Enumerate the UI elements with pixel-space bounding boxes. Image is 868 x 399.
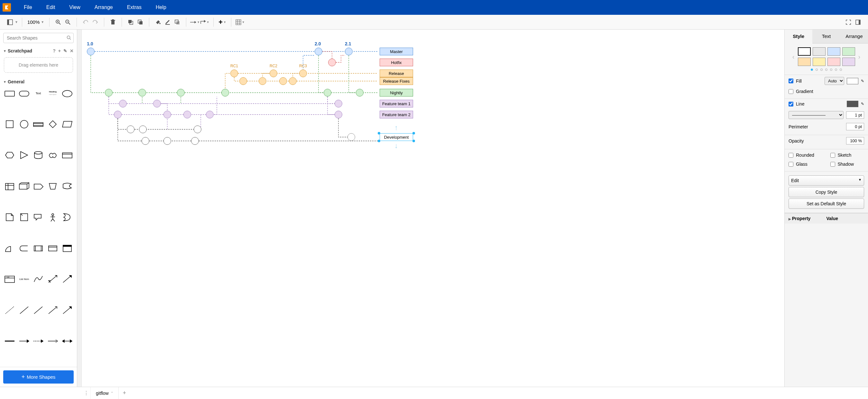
version-label[interactable]: 2.0 bbox=[315, 41, 321, 46]
pages-menu-icon[interactable]: ⋮ bbox=[82, 387, 91, 399]
shape-palette-item[interactable] bbox=[60, 274, 74, 284]
commit-node[interactable] bbox=[142, 137, 149, 145]
shape-palette-item[interactable] bbox=[18, 243, 31, 253]
pencil-icon[interactable]: ✎ bbox=[861, 79, 864, 83]
shape-palette-item[interactable]: List bbox=[3, 274, 17, 284]
set-default-style-button[interactable]: Set as Default Style bbox=[788, 198, 864, 209]
commit-node[interactable] bbox=[270, 69, 277, 77]
line-width-input[interactable] bbox=[846, 111, 864, 119]
scratchpad-edit-icon[interactable]: ✎ bbox=[63, 48, 67, 54]
shape-palette-item[interactable] bbox=[3, 119, 17, 129]
commit-node[interactable] bbox=[105, 89, 113, 96]
shape-palette-item[interactable] bbox=[18, 88, 31, 98]
scratchpad-dropzone[interactable]: Drag elements here bbox=[4, 57, 73, 73]
shape-palette-item[interactable] bbox=[46, 212, 60, 222]
format-panel-button[interactable] bbox=[853, 18, 863, 27]
version-label[interactable]: 1.0 bbox=[87, 41, 93, 46]
swatch-orange[interactable] bbox=[798, 58, 811, 66]
general-header[interactable]: ▼ General bbox=[0, 77, 77, 86]
more-shapes-button[interactable]: +More Shapes bbox=[3, 370, 74, 383]
shape-palette-item[interactable] bbox=[46, 336, 60, 346]
scratchpad-header[interactable]: ▼ Scratchpad ? + ✎ ✕ bbox=[0, 46, 77, 55]
rc-label[interactable]: RC2 bbox=[270, 64, 277, 68]
rc-label[interactable]: RC1 bbox=[230, 64, 238, 68]
commit-node[interactable] bbox=[230, 69, 238, 77]
insert-button[interactable]: +▼ bbox=[217, 18, 227, 27]
commit-node[interactable] bbox=[335, 100, 342, 108]
shape-palette-item[interactable] bbox=[60, 119, 74, 129]
scrollbar-gutter[interactable] bbox=[77, 30, 82, 387]
commit-node[interactable] bbox=[289, 77, 297, 85]
scratchpad-help-icon[interactable]: ? bbox=[53, 48, 56, 54]
format-tab-text[interactable]: Text bbox=[812, 30, 840, 43]
selection-handle[interactable] bbox=[412, 132, 415, 134]
connection-button[interactable]: ▼ bbox=[190, 18, 200, 27]
shape-palette-item[interactable] bbox=[32, 119, 45, 129]
commit-node[interactable] bbox=[324, 89, 331, 96]
shape-palette-item[interactable] bbox=[3, 212, 17, 222]
line-checkbox[interactable] bbox=[788, 102, 793, 106]
glass-checkbox[interactable] bbox=[788, 162, 793, 167]
shape-palette-item[interactable] bbox=[46, 181, 60, 191]
shape-palette-item[interactable] bbox=[32, 305, 45, 315]
menu-edit[interactable]: Edit bbox=[39, 0, 62, 15]
swatch-white[interactable] bbox=[798, 47, 811, 56]
menu-file[interactable]: File bbox=[17, 0, 39, 15]
search-shapes-input[interactable] bbox=[3, 33, 74, 43]
zoom-level[interactable]: 100%▼ bbox=[26, 19, 45, 25]
shape-palette-item[interactable] bbox=[46, 150, 60, 160]
to-front-button[interactable] bbox=[126, 18, 135, 27]
menu-view[interactable]: View bbox=[62, 0, 87, 15]
commit-node[interactable] bbox=[127, 125, 134, 133]
shape-palette-item[interactable] bbox=[18, 336, 31, 346]
commit-node[interactable] bbox=[345, 48, 352, 55]
app-logo-icon[interactable] bbox=[3, 3, 11, 11]
zoom-out-button[interactable] bbox=[63, 18, 73, 27]
swatch-purple[interactable] bbox=[842, 58, 855, 66]
commit-node[interactable] bbox=[335, 111, 342, 118]
shape-palette-item[interactable] bbox=[46, 305, 60, 315]
add-page-button[interactable]: + bbox=[119, 387, 130, 399]
canvas[interactable]: 1.02.02.1RC1RC2RC3MasterHotfixReleaseRel… bbox=[82, 30, 784, 387]
commit-node[interactable] bbox=[347, 133, 355, 141]
commit-node[interactable] bbox=[163, 137, 171, 145]
swatch-grey[interactable] bbox=[813, 47, 826, 56]
lane-label[interactable]: Master bbox=[380, 48, 413, 55]
shape-palette-item[interactable] bbox=[46, 119, 60, 129]
shadow-button[interactable] bbox=[173, 18, 182, 27]
commit-node[interactable] bbox=[328, 59, 336, 66]
line-color-chip[interactable] bbox=[847, 101, 858, 107]
shape-palette-item[interactable] bbox=[60, 181, 74, 191]
shape-palette-item[interactable] bbox=[3, 88, 17, 98]
shape-palette-item[interactable] bbox=[18, 212, 31, 222]
rc-label[interactable]: RC3 bbox=[299, 64, 307, 68]
swatch-prev-icon[interactable]: ‹ bbox=[791, 53, 796, 61]
lane-label[interactable]: Nightly bbox=[380, 89, 413, 96]
swatch-green[interactable] bbox=[842, 47, 855, 56]
swatch-next-icon[interactable]: › bbox=[857, 53, 862, 61]
fill-color-button[interactable] bbox=[153, 18, 163, 27]
rounded-checkbox[interactable] bbox=[788, 153, 793, 158]
shape-palette-item[interactable] bbox=[3, 336, 17, 346]
swatch-red[interactable] bbox=[828, 58, 840, 66]
menu-arrange[interactable]: Arrange bbox=[88, 0, 120, 15]
shape-palette-item[interactable] bbox=[60, 212, 74, 222]
commit-node[interactable] bbox=[87, 48, 95, 55]
sketch-checkbox[interactable] bbox=[830, 153, 835, 158]
commit-node[interactable] bbox=[221, 89, 229, 96]
shape-palette-item[interactable] bbox=[3, 181, 17, 191]
shape-palette-item[interactable]: List Item bbox=[18, 274, 31, 284]
shape-palette-item[interactable] bbox=[3, 243, 17, 253]
gradient-checkbox[interactable] bbox=[788, 89, 793, 94]
lane-label[interactable]: Development bbox=[380, 133, 413, 141]
commit-node[interactable] bbox=[315, 48, 322, 55]
shape-palette-item[interactable] bbox=[18, 305, 31, 315]
shape-palette-item[interactable] bbox=[3, 150, 17, 160]
shape-palette-item[interactable] bbox=[60, 305, 74, 315]
waypoints-button[interactable]: ▼ bbox=[200, 18, 210, 27]
commit-node[interactable] bbox=[259, 77, 267, 85]
pencil-icon[interactable]: ✎ bbox=[861, 102, 864, 106]
scratchpad-add-icon[interactable]: + bbox=[58, 48, 61, 54]
shape-palette-item[interactable] bbox=[46, 274, 60, 284]
swatch-yellow[interactable] bbox=[813, 58, 826, 66]
